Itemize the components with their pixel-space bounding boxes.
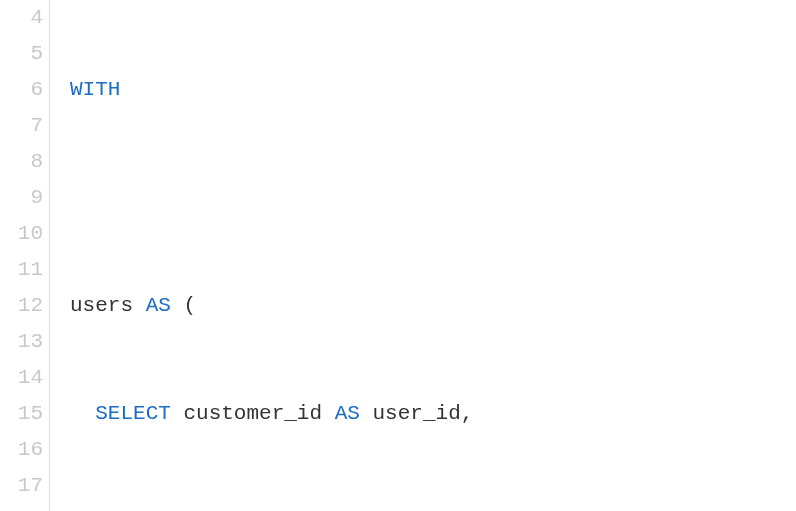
line-number: 11	[0, 252, 43, 288]
line-number: 5	[0, 36, 43, 72]
line-number: 4	[0, 0, 43, 36]
code-line[interactable]: users AS (	[70, 288, 524, 324]
identifier: users	[70, 294, 133, 317]
code-editor[interactable]: WITH users AS ( SELECT customer_id AS us…	[50, 0, 524, 511]
line-number: 7	[0, 108, 43, 144]
code-line[interactable]: SELECT customer_id AS user_id,	[70, 396, 524, 432]
space	[171, 294, 184, 317]
space	[133, 294, 146, 317]
space	[322, 402, 335, 425]
keyword-select: SELECT	[95, 402, 171, 425]
line-number: 13	[0, 324, 43, 360]
line-number-gutter: 4 5 6 7 8 9 10 11 12 13 14 15 16 17	[0, 0, 50, 511]
line-number: 9	[0, 180, 43, 216]
line-number: 14	[0, 360, 43, 396]
code-line[interactable]: WITH	[70, 72, 524, 108]
paren-open: (	[183, 294, 196, 317]
code-line[interactable]	[70, 180, 524, 216]
indent	[70, 402, 95, 425]
line-number: 6	[0, 72, 43, 108]
keyword-as: AS	[335, 402, 360, 425]
identifier: customer_id	[183, 402, 322, 425]
code-line[interactable]: signup_date AS activated_at	[70, 504, 524, 511]
space	[360, 402, 373, 425]
line-number: 12	[0, 288, 43, 324]
line-number: 10	[0, 216, 43, 252]
keyword-as: AS	[146, 294, 171, 317]
comma: ,	[461, 402, 474, 425]
line-number: 15	[0, 396, 43, 432]
identifier: user_id	[373, 402, 461, 425]
line-number: 17	[0, 468, 43, 504]
line-number: 8	[0, 144, 43, 180]
line-number: 16	[0, 432, 43, 468]
keyword-with: WITH	[70, 78, 120, 101]
space	[171, 402, 184, 425]
